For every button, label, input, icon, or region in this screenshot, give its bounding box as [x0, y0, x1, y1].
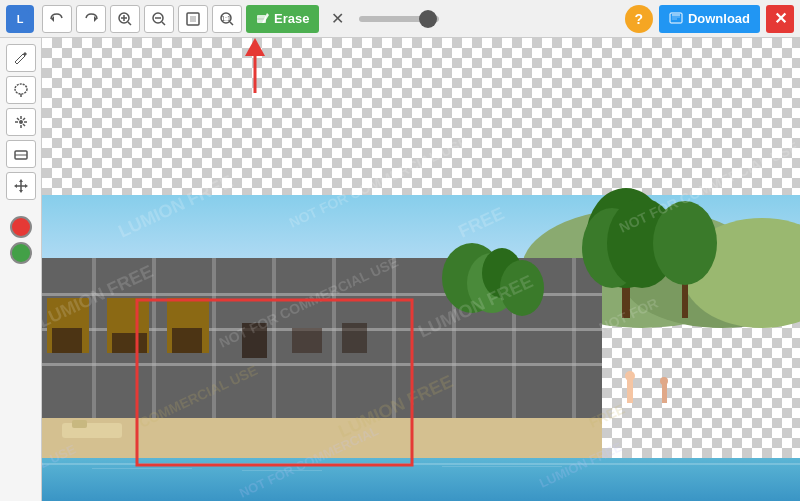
svg-rect-83: [662, 383, 667, 403]
svg-rect-87: [72, 420, 87, 428]
magic-wand-tool[interactable]: [6, 108, 36, 136]
redo-button[interactable]: [76, 5, 106, 33]
svg-rect-14: [190, 16, 196, 22]
fit-button[interactable]: [178, 5, 208, 33]
zoom-out-button[interactable]: [144, 5, 174, 33]
erase-label: Erase: [274, 11, 309, 26]
brush-size-slider[interactable]: [359, 16, 439, 22]
zoom-in-button[interactable]: [110, 5, 140, 33]
undo-button[interactable]: [42, 5, 72, 33]
eraser-tool[interactable]: [6, 140, 36, 168]
svg-line-12: [162, 22, 165, 25]
svg-line-25: [15, 62, 17, 64]
svg-rect-53: [92, 258, 96, 418]
zoom-reset-button[interactable]: 1:1: [212, 5, 242, 33]
download-button[interactable]: Download: [659, 5, 760, 33]
svg-marker-40: [14, 184, 17, 188]
svg-rect-66: [112, 333, 147, 353]
svg-rect-61: [572, 258, 576, 418]
image-scene: LUMION FREE NOT FOR COMMERCIAL USE FREE …: [42, 38, 800, 501]
app-logo: L: [6, 5, 34, 33]
svg-point-26: [15, 84, 27, 94]
svg-rect-65: [52, 328, 82, 353]
svg-point-82: [625, 371, 635, 381]
svg-rect-56: [272, 258, 276, 418]
svg-rect-90: [92, 468, 192, 469]
svg-text:L: L: [17, 13, 24, 25]
svg-line-33: [23, 124, 25, 126]
download-label: Download: [688, 11, 750, 26]
svg-point-84: [660, 377, 668, 385]
background-color[interactable]: [10, 242, 32, 264]
cancel-button[interactable]: ✕: [323, 5, 351, 33]
main-toolbar: L 1:1 Erase ✕ ? Download ✕: [0, 0, 800, 38]
close-button[interactable]: ✕: [766, 5, 794, 33]
svg-marker-39: [19, 190, 23, 193]
svg-line-9: [128, 22, 131, 25]
svg-marker-38: [19, 179, 23, 182]
right-toolbar: ? Download ✕: [625, 5, 794, 33]
svg-rect-70: [342, 323, 367, 353]
svg-rect-86: [62, 423, 122, 438]
svg-line-34: [23, 118, 25, 120]
main-area: LUMION FREE NOT FOR COMMERCIAL USE FREE …: [0, 38, 800, 501]
erase-button[interactable]: Erase: [246, 5, 319, 33]
help-button[interactable]: ?: [625, 5, 653, 33]
svg-rect-52: [42, 363, 602, 366]
lasso-tool[interactable]: [6, 76, 36, 104]
svg-text:1:1: 1:1: [221, 15, 231, 22]
svg-rect-81: [627, 378, 633, 403]
svg-point-35: [19, 120, 23, 124]
pencil-tool[interactable]: [6, 44, 36, 72]
svg-line-16: [230, 22, 233, 25]
canvas-area[interactable]: LUMION FREE NOT FOR COMMERCIAL USE FREE …: [42, 38, 800, 501]
svg-line-32: [17, 118, 19, 120]
svg-rect-58: [392, 258, 396, 418]
svg-rect-69: [292, 328, 322, 353]
slider-thumb[interactable]: [419, 10, 437, 28]
svg-rect-92: [442, 466, 562, 467]
svg-rect-54: [152, 258, 156, 418]
svg-marker-41: [25, 184, 28, 188]
left-sidebar: [0, 38, 42, 501]
move-tool[interactable]: [6, 172, 36, 200]
svg-rect-67: [172, 328, 202, 353]
slider-track[interactable]: [359, 16, 439, 22]
foreground-color[interactable]: [10, 216, 32, 238]
